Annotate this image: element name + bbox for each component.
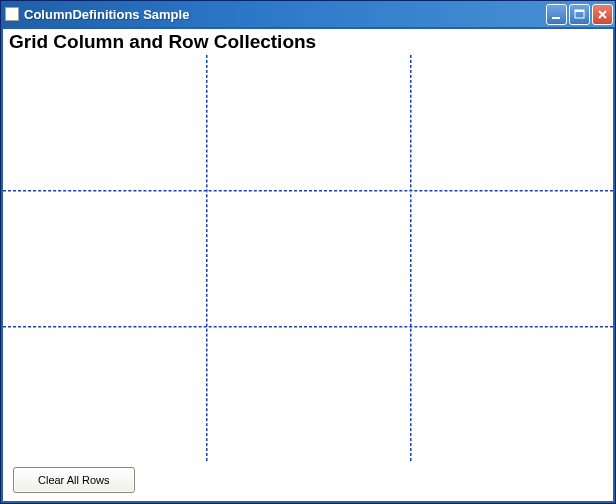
minimize-icon (551, 9, 562, 20)
window-title: ColumnDefinitions Sample (24, 7, 546, 22)
clear-all-rows-button[interactable]: Clear All Rows (13, 467, 135, 493)
maximize-icon (574, 9, 585, 20)
grid-line-vertical (206, 55, 208, 461)
svg-rect-2 (575, 10, 584, 12)
button-row: Clear All Rows (3, 461, 613, 501)
grid-line-horizontal (3, 326, 613, 328)
window-controls (546, 4, 613, 25)
svg-rect-0 (552, 17, 560, 19)
close-icon (597, 9, 608, 20)
app-icon (5, 7, 19, 21)
client-area: Grid Column and Row Collections Clear Al… (1, 27, 615, 503)
grid-line-horizontal (3, 190, 613, 192)
grid-panel (3, 55, 613, 461)
titlebar[interactable]: ColumnDefinitions Sample (1, 1, 615, 27)
maximize-button[interactable] (569, 4, 590, 25)
app-window: ColumnDefinitions Sample Grid Column and (0, 0, 616, 504)
dashed-grid (3, 55, 613, 461)
grid-line-vertical (410, 55, 412, 461)
minimize-button[interactable] (546, 4, 567, 25)
close-button[interactable] (592, 4, 613, 25)
page-title: Grid Column and Row Collections (3, 29, 613, 55)
